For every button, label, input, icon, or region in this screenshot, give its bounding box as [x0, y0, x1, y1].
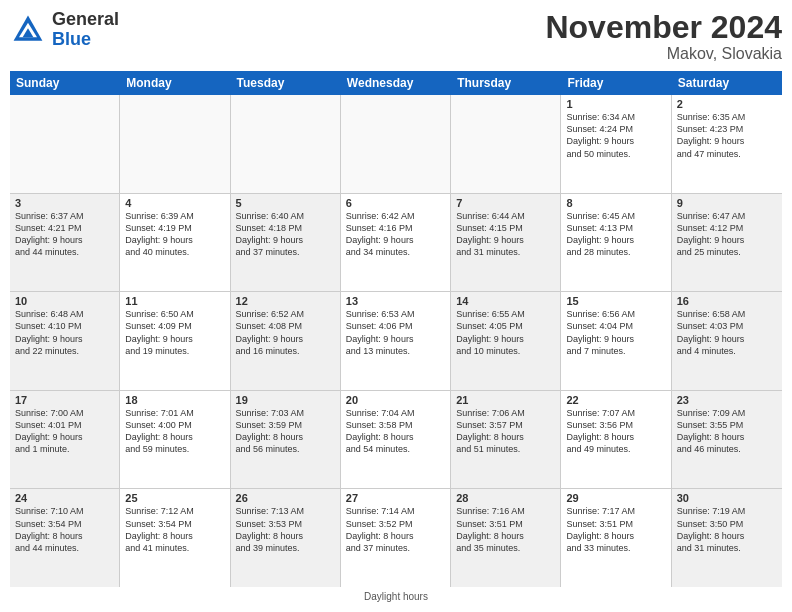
- day-info: Sunrise: 7:14 AM Sunset: 3:52 PM Dayligh…: [346, 505, 445, 554]
- table-row: 19Sunrise: 7:03 AM Sunset: 3:59 PM Dayli…: [231, 391, 341, 489]
- page: General Blue November 2024 Makov, Slovak…: [0, 0, 792, 612]
- day-number: 17: [15, 394, 114, 406]
- day-info: Sunrise: 7:10 AM Sunset: 3:54 PM Dayligh…: [15, 505, 114, 554]
- table-row: 4Sunrise: 6:39 AM Sunset: 4:19 PM Daylig…: [120, 194, 230, 292]
- day-number: 13: [346, 295, 445, 307]
- table-row: 21Sunrise: 7:06 AM Sunset: 3:57 PM Dayli…: [451, 391, 561, 489]
- table-row: 13Sunrise: 6:53 AM Sunset: 4:06 PM Dayli…: [341, 292, 451, 390]
- day-number: 9: [677, 197, 777, 209]
- day-info: Sunrise: 7:09 AM Sunset: 3:55 PM Dayligh…: [677, 407, 777, 456]
- day-info: Sunrise: 6:53 AM Sunset: 4:06 PM Dayligh…: [346, 308, 445, 357]
- day-info: Sunrise: 6:40 AM Sunset: 4:18 PM Dayligh…: [236, 210, 335, 259]
- day-info: Sunrise: 7:16 AM Sunset: 3:51 PM Dayligh…: [456, 505, 555, 554]
- day-number: 23: [677, 394, 777, 406]
- table-row: 23Sunrise: 7:09 AM Sunset: 3:55 PM Dayli…: [672, 391, 782, 489]
- table-row: 22Sunrise: 7:07 AM Sunset: 3:56 PM Dayli…: [561, 391, 671, 489]
- day-info: Sunrise: 6:48 AM Sunset: 4:10 PM Dayligh…: [15, 308, 114, 357]
- week-row-3: 10Sunrise: 6:48 AM Sunset: 4:10 PM Dayli…: [10, 292, 782, 391]
- table-row: 18Sunrise: 7:01 AM Sunset: 4:00 PM Dayli…: [120, 391, 230, 489]
- logo-icon: [10, 12, 46, 48]
- day-number: 8: [566, 197, 665, 209]
- day-number: 25: [125, 492, 224, 504]
- day-number: 15: [566, 295, 665, 307]
- day-info: Sunrise: 7:19 AM Sunset: 3:50 PM Dayligh…: [677, 505, 777, 554]
- day-info: Sunrise: 7:17 AM Sunset: 3:51 PM Dayligh…: [566, 505, 665, 554]
- day-number: 5: [236, 197, 335, 209]
- day-number: 11: [125, 295, 224, 307]
- table-row: 10Sunrise: 6:48 AM Sunset: 4:10 PM Dayli…: [10, 292, 120, 390]
- day-number: 1: [566, 98, 665, 110]
- day-number: 22: [566, 394, 665, 406]
- week-row-4: 17Sunrise: 7:00 AM Sunset: 4:01 PM Dayli…: [10, 391, 782, 490]
- table-row: [120, 95, 230, 193]
- day-number: 14: [456, 295, 555, 307]
- header: General Blue November 2024 Makov, Slovak…: [10, 10, 782, 63]
- day-info: Sunrise: 7:12 AM Sunset: 3:54 PM Dayligh…: [125, 505, 224, 554]
- calendar-header: Sunday Monday Tuesday Wednesday Thursday…: [10, 71, 782, 95]
- day-info: Sunrise: 6:55 AM Sunset: 4:05 PM Dayligh…: [456, 308, 555, 357]
- day-number: 7: [456, 197, 555, 209]
- day-number: 3: [15, 197, 114, 209]
- table-row: 1Sunrise: 6:34 AM Sunset: 4:24 PM Daylig…: [561, 95, 671, 193]
- week-row-2: 3Sunrise: 6:37 AM Sunset: 4:21 PM Daylig…: [10, 194, 782, 293]
- day-info: Sunrise: 6:35 AM Sunset: 4:23 PM Dayligh…: [677, 111, 777, 160]
- table-row: 26Sunrise: 7:13 AM Sunset: 3:53 PM Dayli…: [231, 489, 341, 587]
- day-info: Sunrise: 6:39 AM Sunset: 4:19 PM Dayligh…: [125, 210, 224, 259]
- week-row-1: 1Sunrise: 6:34 AM Sunset: 4:24 PM Daylig…: [10, 95, 782, 194]
- day-info: Sunrise: 7:13 AM Sunset: 3:53 PM Dayligh…: [236, 505, 335, 554]
- header-tuesday: Tuesday: [231, 71, 341, 95]
- day-info: Sunrise: 7:06 AM Sunset: 3:57 PM Dayligh…: [456, 407, 555, 456]
- day-info: Sunrise: 7:03 AM Sunset: 3:59 PM Dayligh…: [236, 407, 335, 456]
- table-row: 30Sunrise: 7:19 AM Sunset: 3:50 PM Dayli…: [672, 489, 782, 587]
- table-row: 24Sunrise: 7:10 AM Sunset: 3:54 PM Dayli…: [10, 489, 120, 587]
- table-row: 9Sunrise: 6:47 AM Sunset: 4:12 PM Daylig…: [672, 194, 782, 292]
- month-title: November 2024: [545, 10, 782, 45]
- day-info: Sunrise: 7:04 AM Sunset: 3:58 PM Dayligh…: [346, 407, 445, 456]
- day-number: 26: [236, 492, 335, 504]
- day-info: Sunrise: 6:37 AM Sunset: 4:21 PM Dayligh…: [15, 210, 114, 259]
- table-row: 15Sunrise: 6:56 AM Sunset: 4:04 PM Dayli…: [561, 292, 671, 390]
- calendar-body: 1Sunrise: 6:34 AM Sunset: 4:24 PM Daylig…: [10, 95, 782, 587]
- table-row: 6Sunrise: 6:42 AM Sunset: 4:16 PM Daylig…: [341, 194, 451, 292]
- table-row: 29Sunrise: 7:17 AM Sunset: 3:51 PM Dayli…: [561, 489, 671, 587]
- table-row: 17Sunrise: 7:00 AM Sunset: 4:01 PM Dayli…: [10, 391, 120, 489]
- table-row: 5Sunrise: 6:40 AM Sunset: 4:18 PM Daylig…: [231, 194, 341, 292]
- logo-general-text: General: [52, 9, 119, 29]
- table-row: 12Sunrise: 6:52 AM Sunset: 4:08 PM Dayli…: [231, 292, 341, 390]
- day-info: Sunrise: 6:42 AM Sunset: 4:16 PM Dayligh…: [346, 210, 445, 259]
- header-thursday: Thursday: [451, 71, 561, 95]
- day-info: Sunrise: 6:50 AM Sunset: 4:09 PM Dayligh…: [125, 308, 224, 357]
- day-number: 12: [236, 295, 335, 307]
- header-monday: Monday: [120, 71, 230, 95]
- table-row: 28Sunrise: 7:16 AM Sunset: 3:51 PM Dayli…: [451, 489, 561, 587]
- day-number: 6: [346, 197, 445, 209]
- footer-note: Daylight hours: [10, 591, 782, 602]
- day-info: Sunrise: 7:07 AM Sunset: 3:56 PM Dayligh…: [566, 407, 665, 456]
- location: Makov, Slovakia: [545, 45, 782, 63]
- title-section: November 2024 Makov, Slovakia: [545, 10, 782, 63]
- day-number: 4: [125, 197, 224, 209]
- logo: General Blue: [10, 10, 119, 50]
- day-info: Sunrise: 6:44 AM Sunset: 4:15 PM Dayligh…: [456, 210, 555, 259]
- table-row: 25Sunrise: 7:12 AM Sunset: 3:54 PM Dayli…: [120, 489, 230, 587]
- day-number: 30: [677, 492, 777, 504]
- day-info: Sunrise: 6:47 AM Sunset: 4:12 PM Dayligh…: [677, 210, 777, 259]
- table-row: [341, 95, 451, 193]
- day-info: Sunrise: 6:34 AM Sunset: 4:24 PM Dayligh…: [566, 111, 665, 160]
- day-number: 29: [566, 492, 665, 504]
- day-number: 21: [456, 394, 555, 406]
- day-number: 19: [236, 394, 335, 406]
- day-number: 18: [125, 394, 224, 406]
- day-info: Sunrise: 6:56 AM Sunset: 4:04 PM Dayligh…: [566, 308, 665, 357]
- day-info: Sunrise: 6:58 AM Sunset: 4:03 PM Dayligh…: [677, 308, 777, 357]
- table-row: 16Sunrise: 6:58 AM Sunset: 4:03 PM Dayli…: [672, 292, 782, 390]
- table-row: 11Sunrise: 6:50 AM Sunset: 4:09 PM Dayli…: [120, 292, 230, 390]
- week-row-5: 24Sunrise: 7:10 AM Sunset: 3:54 PM Dayli…: [10, 489, 782, 587]
- logo-blue-text: Blue: [52, 29, 91, 49]
- table-row: 7Sunrise: 6:44 AM Sunset: 4:15 PM Daylig…: [451, 194, 561, 292]
- day-number: 28: [456, 492, 555, 504]
- table-row: 20Sunrise: 7:04 AM Sunset: 3:58 PM Dayli…: [341, 391, 451, 489]
- table-row: 27Sunrise: 7:14 AM Sunset: 3:52 PM Dayli…: [341, 489, 451, 587]
- table-row: 8Sunrise: 6:45 AM Sunset: 4:13 PM Daylig…: [561, 194, 671, 292]
- day-info: Sunrise: 7:00 AM Sunset: 4:01 PM Dayligh…: [15, 407, 114, 456]
